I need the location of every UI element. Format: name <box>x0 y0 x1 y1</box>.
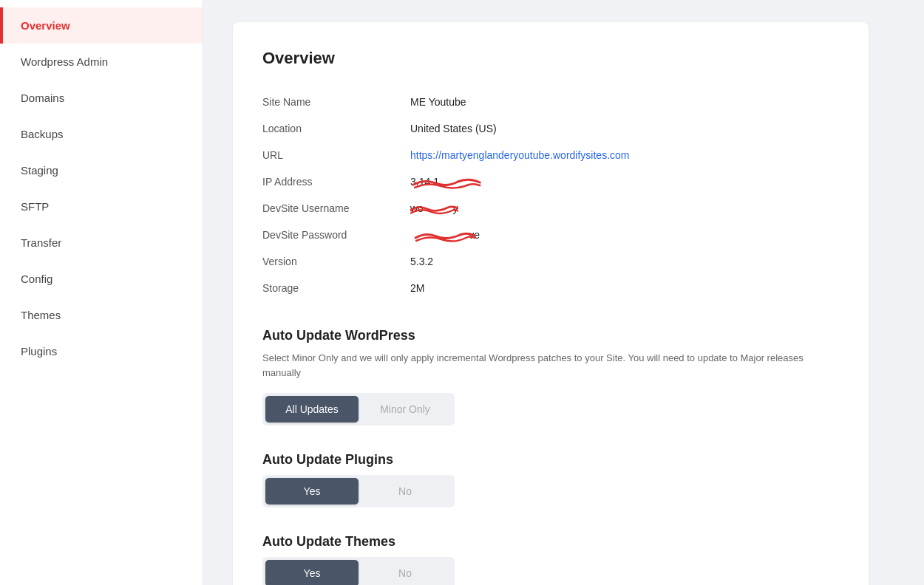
sidebar-item-label: Overview <box>21 19 70 32</box>
sidebar-item-label: Config <box>21 273 52 285</box>
overview-card: Overview Site Name ME Youtube Location U… <box>233 22 869 585</box>
sidebar-item-backups[interactable]: Backups <box>0 116 203 152</box>
version-label: Version <box>262 256 410 267</box>
version-value: 5.3.2 <box>410 256 433 267</box>
sidebar-item-transfer[interactable]: Transfer <box>0 225 203 261</box>
sidebar-item-domains[interactable]: Domains <box>0 80 203 116</box>
minor-only-button[interactable]: Minor Only <box>359 396 452 422</box>
auto-update-wordpress-title: Auto Update WordPress <box>262 328 839 343</box>
sidebar-item-label: Themes <box>21 309 61 321</box>
themes-no-button[interactable]: No <box>359 560 452 585</box>
sidebar-item-sftp[interactable]: SFTP <box>0 188 203 225</box>
devsite-username-label: DevSite Username <box>262 202 410 214</box>
url-label: URL <box>262 149 410 161</box>
sidebar-item-label: SFTP <box>21 200 49 213</box>
storage-value: 2M <box>410 282 424 294</box>
auto-update-plugins-section: Auto Update Plugins Yes No <box>262 452 839 507</box>
sidebar-item-overview[interactable]: Overview <box>0 7 203 44</box>
auto-update-themes-title: Auto Update Themes <box>262 534 839 550</box>
auto-update-themes-toggle: Yes No <box>262 557 455 585</box>
info-row-url: URL https://martyenglanderyoutube.wordif… <box>262 142 839 168</box>
main-content: Overview Site Name ME Youtube Location U… <box>203 0 924 585</box>
info-row-devsite-password: DevSite Password ████████ve <box>262 222 839 248</box>
ip-value: 3.14.1██████ <box>410 176 483 188</box>
sidebar-item-plugins[interactable]: Plugins <box>0 333 203 369</box>
auto-update-themes-section: Auto Update Themes Yes No <box>262 534 839 585</box>
devsite-password-label: DevSite Password <box>262 229 410 241</box>
info-row-location: Location United States (US) <box>262 115 839 142</box>
auto-update-wordpress-desc: Select Minor Only and we will only apply… <box>262 351 839 380</box>
plugins-no-button[interactable]: No <box>359 478 452 504</box>
sidebar-item-config[interactable]: Config <box>0 261 203 297</box>
info-row-storage: Storage 2M <box>262 275 839 301</box>
plugins-yes-button[interactable]: Yes <box>265 478 359 504</box>
sidebar-item-staging[interactable]: Staging <box>0 152 203 188</box>
info-table: Site Name ME Youtube Location United Sta… <box>262 89 839 301</box>
sidebar-item-wordpress-admin[interactable]: Wordpress Admin <box>0 44 203 80</box>
info-row-version: Version 5.3.2 <box>262 248 839 275</box>
sidebar-item-label: Domains <box>21 92 64 104</box>
sidebar-item-label: Staging <box>21 164 58 177</box>
url-value[interactable]: https://martyenglanderyoutube.wordifysit… <box>410 149 629 161</box>
devsite-password-value: ████████ve <box>410 229 480 241</box>
site-name-label: Site Name <box>262 96 410 108</box>
storage-label: Storage <box>262 282 410 294</box>
auto-update-wordpress-toggle: All Updates Minor Only <box>262 393 455 425</box>
auto-update-wordpress-section: Auto Update WordPress Select Minor Only … <box>262 328 839 425</box>
all-updates-button[interactable]: All Updates <box>265 396 359 422</box>
themes-yes-button[interactable]: Yes <box>265 560 359 585</box>
sidebar-item-label: Plugins <box>21 345 57 358</box>
info-row-site-name: Site Name ME Youtube <box>262 89 839 115</box>
devsite-username-value: wo████y <box>410 202 458 214</box>
auto-update-plugins-toggle: Yes No <box>262 475 455 507</box>
location-value: United States (US) <box>410 123 497 134</box>
sidebar-item-label: Transfer <box>21 236 61 249</box>
sidebar-item-label: Backups <box>21 128 64 140</box>
sidebar-item-themes[interactable]: Themes <box>0 297 203 333</box>
sidebar-item-label: Wordpress Admin <box>21 55 108 68</box>
info-row-devsite-username: DevSite Username wo████y <box>262 195 839 222</box>
auto-update-plugins-title: Auto Update Plugins <box>262 452 839 468</box>
location-label: Location <box>262 123 410 134</box>
ip-label: IP Address <box>262 176 410 188</box>
site-name-value: ME Youtube <box>410 96 466 108</box>
page-title: Overview <box>262 49 839 68</box>
info-row-ip: IP Address 3.14.1██████ <box>262 168 839 195</box>
sidebar: Overview Wordpress Admin Domains Backups… <box>0 0 203 585</box>
